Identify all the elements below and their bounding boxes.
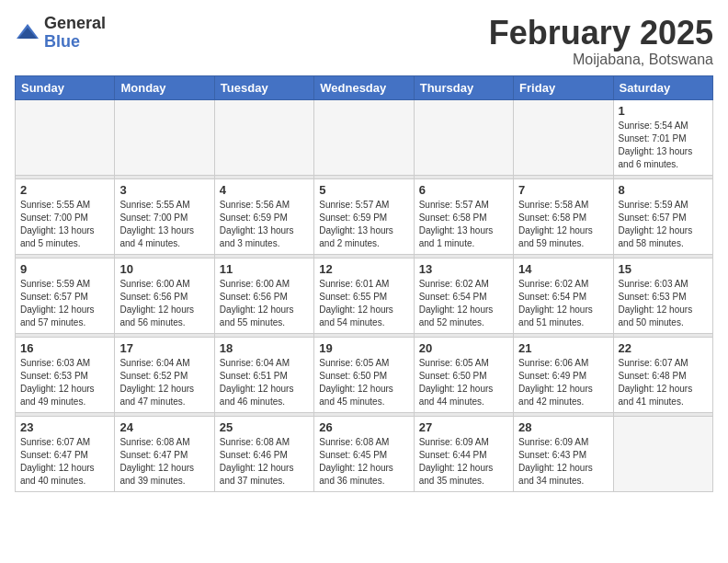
calendar-cell: 11Sunrise: 6:00 AM Sunset: 6:56 PM Dayli… (214, 258, 313, 333)
calendar-cell: 12Sunrise: 6:01 AM Sunset: 6:55 PM Dayli… (314, 258, 414, 333)
month-title: February 2025 (489, 15, 713, 52)
calendar-cell: 8Sunrise: 5:59 AM Sunset: 6:57 PM Daylig… (613, 178, 712, 254)
calendar-cell (115, 99, 214, 175)
day-number: 26 (319, 420, 408, 434)
day-info: Sunrise: 5:55 AM Sunset: 7:00 PM Dayligh… (119, 199, 209, 250)
calendar-cell: 23Sunrise: 6:07 AM Sunset: 6:47 PM Dayli… (16, 416, 115, 491)
day-info: Sunrise: 5:57 AM Sunset: 6:59 PM Dayligh… (319, 199, 408, 250)
day-info: Sunrise: 6:09 AM Sunset: 6:44 PM Dayligh… (419, 436, 508, 488)
calendar-cell: 26Sunrise: 6:08 AM Sunset: 6:45 PM Dayli… (314, 416, 414, 491)
calendar-cell: 5Sunrise: 5:57 AM Sunset: 6:59 PM Daylig… (314, 178, 414, 254)
day-number: 8 (619, 183, 708, 197)
page-header: General Blue February 2025 Moijabana, Bo… (15, 15, 713, 68)
day-info: Sunrise: 6:09 AM Sunset: 6:43 PM Dayligh… (518, 436, 608, 488)
day-number: 24 (119, 420, 209, 434)
day-number: 7 (518, 183, 608, 197)
location: Moijabana, Botswana (489, 52, 713, 68)
logo-icon (15, 20, 40, 46)
day-info: Sunrise: 5:59 AM Sunset: 6:57 PM Dayligh… (619, 199, 708, 250)
day-info: Sunrise: 6:01 AM Sunset: 6:55 PM Dayligh… (319, 278, 408, 329)
calendar-cell: 19Sunrise: 6:05 AM Sunset: 6:50 PM Dayli… (314, 337, 414, 412)
day-number: 22 (619, 341, 708, 355)
week-row-2: 9Sunrise: 5:59 AM Sunset: 6:57 PM Daylig… (16, 258, 713, 333)
day-info: Sunrise: 6:02 AM Sunset: 6:54 PM Dayligh… (518, 278, 608, 329)
day-number: 14 (518, 262, 608, 276)
week-row-1: 2Sunrise: 5:55 AM Sunset: 7:00 PM Daylig… (16, 178, 713, 254)
week-row-0: 1Sunrise: 5:54 AM Sunset: 7:01 PM Daylig… (16, 99, 713, 175)
day-number: 12 (319, 262, 408, 276)
weekday-header-friday: Friday (514, 75, 613, 99)
day-info: Sunrise: 6:08 AM Sunset: 6:45 PM Dayligh… (319, 436, 408, 488)
calendar-cell: 25Sunrise: 6:08 AM Sunset: 6:46 PM Dayli… (214, 416, 313, 491)
calendar: SundayMondayTuesdayWednesdayThursdayFrid… (15, 75, 713, 492)
weekday-header-wednesday: Wednesday (314, 75, 414, 99)
day-number: 23 (20, 420, 109, 434)
day-info: Sunrise: 5:59 AM Sunset: 6:57 PM Dayligh… (20, 278, 109, 329)
day-info: Sunrise: 6:08 AM Sunset: 6:46 PM Dayligh… (220, 436, 309, 488)
calendar-cell (214, 99, 313, 175)
day-number: 16 (20, 341, 109, 355)
day-info: Sunrise: 6:08 AM Sunset: 6:47 PM Dayligh… (119, 436, 209, 488)
weekday-header-thursday: Thursday (414, 75, 513, 99)
logo-general: General (44, 15, 106, 33)
calendar-cell (514, 99, 613, 175)
calendar-cell: 15Sunrise: 6:03 AM Sunset: 6:53 PM Dayli… (613, 258, 712, 333)
calendar-cell: 6Sunrise: 5:57 AM Sunset: 6:58 PM Daylig… (414, 178, 513, 254)
calendar-cell (414, 99, 513, 175)
weekday-header-monday: Monday (115, 75, 214, 99)
calendar-cell (16, 99, 115, 175)
day-info: Sunrise: 6:05 AM Sunset: 6:50 PM Dayligh… (419, 357, 508, 408)
calendar-cell: 21Sunrise: 6:06 AM Sunset: 6:49 PM Dayli… (514, 337, 613, 412)
day-number: 15 (619, 262, 708, 276)
day-info: Sunrise: 6:02 AM Sunset: 6:54 PM Dayligh… (419, 278, 508, 329)
day-info: Sunrise: 6:00 AM Sunset: 6:56 PM Dayligh… (119, 278, 209, 329)
logo-text: General Blue (44, 15, 106, 52)
day-number: 3 (119, 183, 209, 197)
day-number: 21 (518, 341, 608, 355)
weekday-header-tuesday: Tuesday (214, 75, 313, 99)
day-number: 25 (220, 420, 309, 434)
day-number: 20 (419, 341, 508, 355)
logo: General Blue (15, 15, 106, 52)
calendar-cell: 14Sunrise: 6:02 AM Sunset: 6:54 PM Dayli… (514, 258, 613, 333)
calendar-cell: 7Sunrise: 5:58 AM Sunset: 6:58 PM Daylig… (514, 178, 613, 254)
day-info: Sunrise: 5:55 AM Sunset: 7:00 PM Dayligh… (20, 199, 109, 250)
day-number: 18 (220, 341, 309, 355)
day-info: Sunrise: 6:03 AM Sunset: 6:53 PM Dayligh… (619, 278, 708, 329)
day-number: 6 (419, 183, 508, 197)
calendar-cell (314, 99, 414, 175)
day-number: 27 (419, 420, 508, 434)
calendar-cell: 22Sunrise: 6:07 AM Sunset: 6:48 PM Dayli… (613, 337, 712, 412)
day-info: Sunrise: 6:04 AM Sunset: 6:51 PM Dayligh… (220, 357, 309, 408)
calendar-cell: 4Sunrise: 5:56 AM Sunset: 6:59 PM Daylig… (214, 178, 313, 254)
calendar-cell (613, 416, 712, 491)
day-info: Sunrise: 6:00 AM Sunset: 6:56 PM Dayligh… (220, 278, 309, 329)
day-info: Sunrise: 6:05 AM Sunset: 6:50 PM Dayligh… (319, 357, 408, 408)
calendar-cell: 27Sunrise: 6:09 AM Sunset: 6:44 PM Dayli… (414, 416, 513, 491)
calendar-cell: 10Sunrise: 6:00 AM Sunset: 6:56 PM Dayli… (115, 258, 214, 333)
calendar-cell: 17Sunrise: 6:04 AM Sunset: 6:52 PM Dayli… (115, 337, 214, 412)
calendar-cell: 9Sunrise: 5:59 AM Sunset: 6:57 PM Daylig… (16, 258, 115, 333)
day-number: 9 (20, 262, 109, 276)
day-number: 2 (20, 183, 109, 197)
weekday-header-saturday: Saturday (613, 75, 712, 99)
day-number: 19 (319, 341, 408, 355)
day-number: 4 (220, 183, 309, 197)
day-info: Sunrise: 5:56 AM Sunset: 6:59 PM Dayligh… (220, 199, 309, 250)
weekday-header-row: SundayMondayTuesdayWednesdayThursdayFrid… (16, 75, 713, 99)
day-info: Sunrise: 5:57 AM Sunset: 6:58 PM Dayligh… (419, 199, 508, 250)
title-block: February 2025 Moijabana, Botswana (489, 15, 713, 68)
calendar-cell: 2Sunrise: 5:55 AM Sunset: 7:00 PM Daylig… (16, 178, 115, 254)
day-info: Sunrise: 6:07 AM Sunset: 6:47 PM Dayligh… (20, 436, 109, 488)
calendar-cell: 20Sunrise: 6:05 AM Sunset: 6:50 PM Dayli… (414, 337, 513, 412)
weekday-header-sunday: Sunday (16, 75, 115, 99)
calendar-cell: 18Sunrise: 6:04 AM Sunset: 6:51 PM Dayli… (214, 337, 313, 412)
calendar-cell: 24Sunrise: 6:08 AM Sunset: 6:47 PM Dayli… (115, 416, 214, 491)
day-info: Sunrise: 6:06 AM Sunset: 6:49 PM Dayligh… (518, 357, 608, 408)
day-number: 28 (518, 420, 608, 434)
day-number: 5 (319, 183, 408, 197)
day-number: 10 (119, 262, 209, 276)
week-row-3: 16Sunrise: 6:03 AM Sunset: 6:53 PM Dayli… (16, 337, 713, 412)
day-number: 17 (119, 341, 209, 355)
day-info: Sunrise: 5:54 AM Sunset: 7:01 PM Dayligh… (619, 120, 708, 171)
